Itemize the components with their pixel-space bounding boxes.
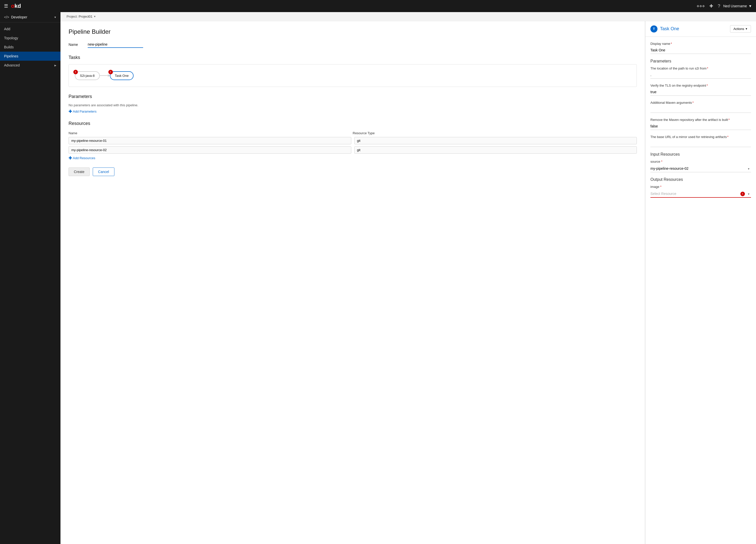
- source-select[interactable]: my-pipeline-resource-01 my-pipeline-reso…: [650, 165, 751, 172]
- parameters-section: Parameters No parameters are associated …: [69, 94, 637, 114]
- pipeline-name-input[interactable]: [88, 41, 143, 48]
- field-tls-label: Verify the TLS on the registry endpoint …: [650, 84, 751, 87]
- tasks-title: Tasks: [69, 55, 637, 60]
- resources-header: Name Resource Type: [69, 130, 637, 136]
- task-box-taskone[interactable]: ! Task One: [110, 71, 134, 80]
- field-tls-verify: Verify the TLS on the registry endpoint …: [650, 84, 751, 96]
- btn-row: Create Cancel: [69, 168, 637, 176]
- no-params-text: No parameters are associated with this p…: [69, 103, 637, 107]
- field-mirror-url-label: The base URL of a mirror used for retrie…: [650, 135, 751, 139]
- task-error-badge-s2i: !: [73, 70, 78, 74]
- add-parameters-plus-icon: ✚: [69, 109, 72, 114]
- content-with-panel: Pipeline Builder Name Tasks ! S2i-java: [60, 21, 756, 544]
- code-icon: </>: [4, 15, 9, 19]
- field-remove-maven: Remove the Maven repository after the ar…: [650, 118, 751, 130]
- project-selector[interactable]: Project01 ▼: [79, 15, 96, 18]
- task-error-badge-taskone: !: [108, 70, 113, 74]
- perspective-chevron-icon: ▼: [54, 16, 56, 19]
- task-connector: [100, 75, 110, 76]
- apps-icon[interactable]: ⋄⋄⋄: [697, 3, 705, 9]
- resource-type-input-0[interactable]: [354, 137, 637, 144]
- image-select-container: Select Resource ! ▼: [650, 190, 751, 198]
- add-icon[interactable]: ✚: [709, 3, 713, 9]
- help-icon[interactable]: ?: [718, 4, 720, 9]
- panel-body: Display name * Parameters The location o…: [645, 37, 756, 544]
- main-content: Project: Project01 ▼ Pipeline Builder Na…: [60, 12, 756, 544]
- user-chevron-icon: ▼: [748, 4, 752, 8]
- output-resources-title: Output Resources: [650, 177, 751, 182]
- advanced-chevron-icon: ▶: [54, 64, 56, 67]
- add-parameters-link[interactable]: ✚ Add Parameters: [69, 109, 637, 114]
- input-resources-title: Input Resources: [650, 152, 751, 157]
- sidebar-nav: Add Topology Builds Pipelines Advanced ▶: [0, 22, 60, 72]
- source-select-container: my-pipeline-resource-01 my-pipeline-reso…: [650, 165, 751, 172]
- field-tls-input[interactable]: [650, 88, 751, 96]
- page-title: Pipeline Builder: [69, 28, 637, 35]
- task-node-taskone: ! Task One: [110, 71, 134, 80]
- project-prefix: Project:: [67, 15, 78, 18]
- resources-section: Resources Name Resource Type ✚: [69, 121, 637, 161]
- field-s2i-path-label: The location of the path to run s2i from…: [650, 67, 751, 70]
- tasks-canvas: ! S2i-java-8 ! Task One: [69, 64, 637, 87]
- pipeline-builder-main: Pipeline Builder Name Tasks ! S2i-java: [60, 21, 645, 544]
- display-name-input[interactable]: [650, 47, 751, 54]
- cancel-button[interactable]: Cancel: [93, 168, 114, 176]
- sidebar-item-topology[interactable]: Topology: [0, 34, 60, 43]
- task-label-s2i: S2i-java-8: [80, 74, 95, 78]
- image-label: image *: [650, 185, 751, 189]
- resource-type-input-1[interactable]: [354, 146, 637, 154]
- sidebar: </> Developer ▼ Add Topology Builds Pipe…: [0, 12, 60, 544]
- field-mirror-url-input[interactable]: [650, 140, 751, 147]
- top-navbar: ☰ okd ⋄⋄⋄ ✚ ? Ned Username ▼: [0, 0, 756, 12]
- resource-name-input-0[interactable]: [69, 137, 351, 144]
- field-remove-maven-label: Remove the Maven repository after the ar…: [650, 118, 751, 122]
- add-resources-plus-icon: ✚: [69, 156, 72, 161]
- field-maven-args-label: Additional Maven arguments *: [650, 101, 751, 105]
- task-label-taskone: Task One: [115, 74, 129, 78]
- add-resources-link[interactable]: ✚ Add Resources: [69, 156, 637, 161]
- panel-task-name: Task One: [660, 26, 728, 32]
- app-logo: okd: [11, 3, 21, 9]
- resources-type-header: Resource Type: [353, 130, 637, 136]
- resource-row-1: [69, 146, 637, 154]
- user-menu[interactable]: Ned Username ▼: [723, 4, 752, 8]
- image-select[interactable]: Select Resource: [650, 190, 751, 198]
- image-field: image * Select Resource ! ▼: [650, 185, 751, 198]
- actions-chevron-icon: ▼: [745, 27, 748, 30]
- field-s2i-path: The location of the path to run s2i from…: [650, 67, 751, 79]
- tasks-section: Tasks ! S2i-java-8: [69, 55, 637, 87]
- display-name-label: Display name *: [650, 42, 751, 46]
- right-panel: T Task One Actions ▼ Display name *: [645, 21, 756, 544]
- navbar-icons: ⋄⋄⋄ ✚ ?: [697, 3, 720, 9]
- task-badge: T: [650, 25, 657, 33]
- task-box-s2i[interactable]: ! S2i-java-8: [75, 71, 100, 80]
- app-body: </> Developer ▼ Add Topology Builds Pipe…: [0, 12, 756, 544]
- logo-text: okd: [11, 3, 21, 9]
- perspective-switcher[interactable]: </> Developer ▼: [0, 12, 60, 22]
- sidebar-item-add[interactable]: Add: [0, 24, 60, 34]
- name-row: Name: [69, 41, 637, 48]
- source-label: source *: [650, 160, 751, 164]
- display-name-field: Display name *: [650, 42, 751, 54]
- parameters-title: Parameters: [69, 94, 637, 99]
- resources-name-header: Name: [69, 130, 353, 136]
- resource-row-0: [69, 137, 637, 144]
- field-remove-maven-input[interactable]: [650, 123, 751, 130]
- create-button[interactable]: Create: [69, 168, 90, 176]
- resources-title: Resources: [69, 121, 637, 126]
- project-bar: Project: Project01 ▼: [60, 12, 756, 21]
- sidebar-item-pipelines[interactable]: Pipelines: [0, 52, 60, 61]
- display-name-required-star: *: [671, 42, 672, 46]
- source-field: source * my-pipeline-resource-01 my-pipe…: [650, 160, 751, 172]
- name-label: Name: [69, 43, 84, 47]
- project-chevron-icon: ▼: [93, 15, 96, 18]
- sidebar-item-advanced[interactable]: Advanced ▶: [0, 61, 60, 70]
- field-s2i-path-input[interactable]: [650, 71, 751, 79]
- actions-button[interactable]: Actions ▼: [730, 25, 751, 33]
- field-maven-args-input[interactable]: [650, 106, 751, 113]
- field-maven-args: Additional Maven arguments *: [650, 101, 751, 113]
- hamburger-icon[interactable]: ☰: [4, 3, 8, 9]
- username-label: Ned Username: [723, 4, 747, 8]
- resource-name-input-1[interactable]: [69, 146, 351, 154]
- sidebar-item-builds[interactable]: Builds: [0, 43, 60, 52]
